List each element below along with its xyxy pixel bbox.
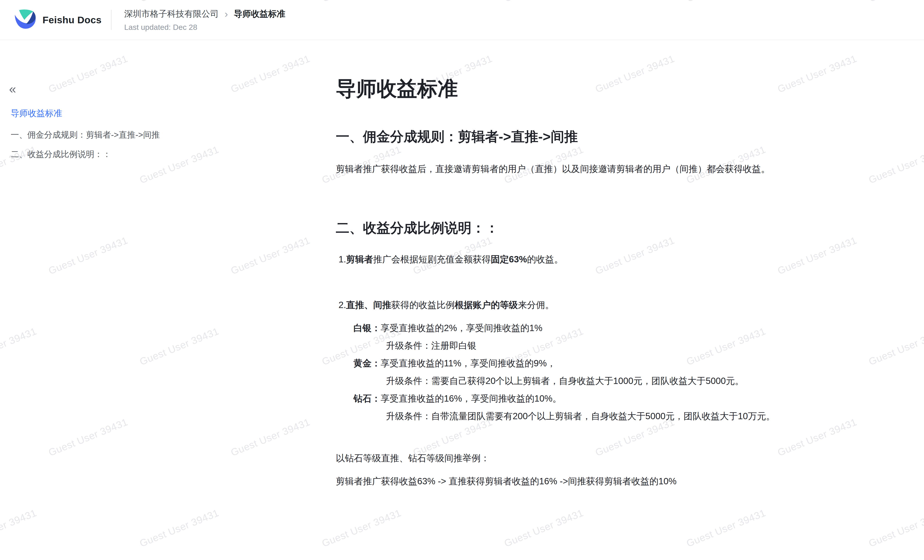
doc-text-run: 推广会根据短剧充值金额获得 <box>373 254 491 264</box>
doc-text-run: 钻石： <box>354 394 381 403</box>
doc-text-run: 升级条件：注册即白银 <box>386 341 477 350</box>
doc-level-silver-condition: 升级条件：注册即白银 <box>336 337 910 354</box>
doc-text-run: 获得的收益比例 <box>391 300 454 310</box>
doc-text-run: 享受直推收益的16%，享受间推收益的10%。 <box>381 394 561 403</box>
sidebar-doc-title-link[interactable]: 导师收益标准 <box>10 108 62 119</box>
last-updated-label: Last updated: Dec 28 <box>124 23 285 31</box>
outline-sidebar: « 导师收益标准 一、佣金分成规则：剪辑者->直推->间推二、收益分成比例说明：… <box>0 40 272 560</box>
doc-text-run: 来分佣。 <box>518 300 554 310</box>
doc-text-run: 剪辑者推广获得收益63% -> 直推获得剪辑者收益的16% ->间推获得剪辑者收… <box>336 476 676 486</box>
watermark-text: Guest User 39431 <box>685 507 767 549</box>
watermark-text: Guest User 39431 <box>867 507 924 549</box>
doc-text-run: 的收益。 <box>527 254 563 264</box>
doc-text-run: 导师收益标准 <box>336 77 458 100</box>
doc-heading-share-ratio: 二、收益分成比例说明：： <box>336 218 910 238</box>
outline-list: 一、佣金分成规则：剪辑者->直推->间推二、收益分成比例说明：： <box>10 129 160 168</box>
doc-paragraph-example-flow: 剪辑者推广获得收益63% -> 直推获得剪辑者收益的16% ->间推获得剪辑者收… <box>336 472 910 490</box>
doc-text-run: 升级条件：需要自己获得20个以上剪辑者，自身收益大于1000元，团队收益大于50… <box>386 376 744 386</box>
doc-text-run: 根据账户的等级 <box>454 300 518 310</box>
doc-list-item-2: 2.直推、间推获得的收益比例根据账户的等级来分佣。 <box>336 296 910 314</box>
doc-text-run: 1. <box>339 254 346 264</box>
watermark-text: Guest User 39431 <box>502 507 585 549</box>
breadcrumb-current[interactable]: 导师收益标准 <box>234 8 285 19</box>
doc-text-run: 白银： <box>354 323 381 333</box>
doc-level-diamond-condition: 升级条件：自带流量团队需要有200个以上剪辑者，自身收益大于5000元，团队收益… <box>336 407 910 425</box>
doc-text-run: 剪辑者 <box>346 254 373 264</box>
doc-text-run: 一、佣金分成规则：剪辑者->直推->间推 <box>336 129 578 144</box>
doc-level-gold-condition: 升级条件：需要自己获得20个以上剪辑者，自身收益大于1000元，团队收益大于50… <box>336 372 910 389</box>
breadcrumb-parent[interactable]: 深圳市格子科技有限公司 <box>124 8 219 19</box>
doc-text-run: 享受直推收益的11%，享受间推收益的9%， <box>381 358 556 368</box>
doc-text-run: 黄金： <box>354 358 381 368</box>
doc-text-run: 2. <box>339 300 346 310</box>
doc-paragraph-example-intro: 以钻石等级直推、钻石等级间推举例： <box>336 449 910 467</box>
header-bar: Feishu Docs 深圳市格子科技有限公司 › 导师收益标准 Last up… <box>0 0 924 40</box>
doc-text-run: 二、收益分成比例说明：： <box>336 220 499 235</box>
doc-text-run: 升级条件：自带流量团队需要有200个以上剪辑者，自身收益大于5000元，团队收益… <box>386 411 775 421</box>
collapse-sidebar-icon[interactable]: « <box>9 82 16 96</box>
doc-title: 导师收益标准 <box>336 75 910 102</box>
doc-text-run: 以钻石等级直推、钻石等级间推举例： <box>336 453 490 463</box>
doc-level-gold: 黄金：享受直推收益的11%，享受间推收益的9%， <box>336 354 910 372</box>
feishu-logo-icon[interactable] <box>14 9 38 31</box>
feishu-docs-page: Guest User 39431Guest User 39431Guest Us… <box>0 0 924 560</box>
doc-text-run: 固定63% <box>491 254 527 264</box>
document-blocks: 导师收益标准一、佣金分成规则：剪辑者->直推->间推剪辑者推广获得收益后，直接邀… <box>336 75 910 490</box>
doc-level-silver: 白银：享受直推收益的2%，享受间推收益的1% <box>336 319 910 337</box>
doc-text-run: 剪辑者推广获得收益后，直接邀请剪辑者的用户（直推）以及间接邀请剪辑者的用户（间推… <box>336 164 770 174</box>
breadcrumb-chevron-icon: › <box>225 10 228 18</box>
doc-heading-commission-rule: 一、佣金分成规则：剪辑者->直推->间推 <box>336 127 910 147</box>
document-body: 导师收益标准一、佣金分成规则：剪辑者->直推->间推剪辑者推广获得收益后，直接邀… <box>336 40 910 490</box>
outline-item-1[interactable]: 一、佣金分成规则：剪辑者->直推->间推 <box>10 129 160 141</box>
watermark-text: Guest User 39431 <box>320 507 403 549</box>
breadcrumb: 深圳市格子科技有限公司 › 导师收益标准 Last updated: Dec 2… <box>124 8 285 31</box>
doc-list-item-1: 1.剪辑者推广会根据短剧充值金额获得固定63%的收益。 <box>336 250 910 268</box>
doc-level-diamond: 钻石：享受直推收益的16%，享受间推收益的10%。 <box>336 389 910 407</box>
doc-paragraph-rule-intro: 剪辑者推广获得收益后，直接邀请剪辑者的用户（直推）以及间接邀请剪辑者的用户（间推… <box>336 160 910 178</box>
doc-text-run: 直推、间推 <box>346 300 391 310</box>
doc-text-run: 享受直推收益的2%，享受间推收益的1% <box>381 323 543 333</box>
app-name: Feishu Docs <box>42 15 102 25</box>
header-divider <box>111 10 111 30</box>
outline-item-2[interactable]: 二、收益分成比例说明：： <box>10 149 160 160</box>
